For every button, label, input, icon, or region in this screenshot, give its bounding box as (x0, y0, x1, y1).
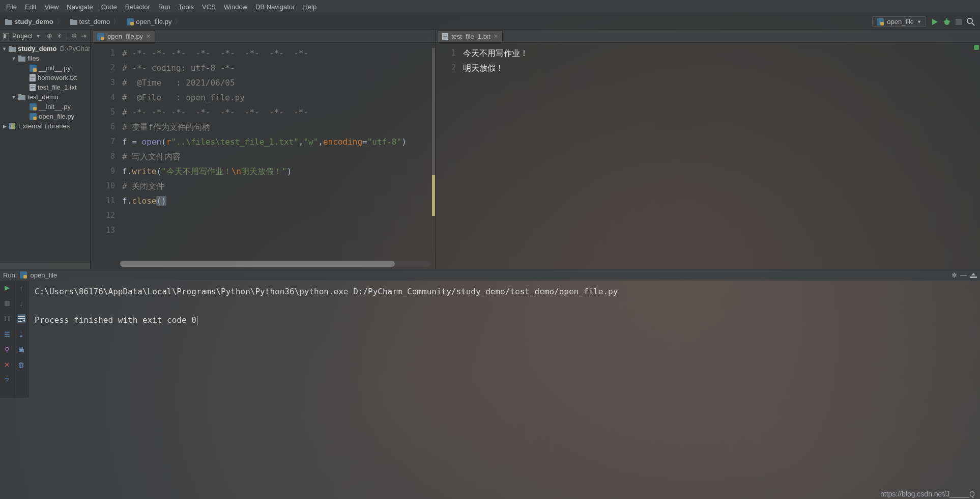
folder-icon (18, 94, 25, 100)
python-file-icon (877, 18, 884, 25)
menu-edit[interactable]: Edit (22, 2, 39, 12)
tree-node-files[interactable]: ▼ files (0, 53, 90, 63)
close-icon[interactable]: ✕ (494, 33, 498, 40)
run-configuration-selector[interactable]: open_file ▼ (872, 16, 926, 27)
tree-label: open_file.py (39, 113, 74, 120)
down-stack-button[interactable]: ↓ (17, 299, 26, 308)
settings-icon[interactable]: ✲ (71, 32, 78, 40)
inspection-indicator-icon[interactable] (974, 45, 979, 50)
pause-button[interactable] (3, 314, 12, 323)
tab-open-file-py[interactable]: open_file.py ✕ (93, 30, 155, 42)
svg-rect-17 (4, 34, 6, 38)
tree-node-test-file-1-txt[interactable]: test_file_1.txt (0, 82, 90, 92)
hide-icon[interactable]: ⇥ (80, 32, 87, 40)
console-output[interactable]: C:\Users\86176\AppData\Local\Programs\Py… (28, 281, 980, 398)
dump-threads-button[interactable]: ☰ (3, 329, 12, 339)
tree-arrow-collapsed-icon[interactable]: ▶ (2, 124, 7, 129)
chevron-down-icon[interactable]: ▼ (36, 34, 40, 39)
svg-rect-16 (3, 33, 9, 39)
stop-button[interactable] (956, 19, 962, 25)
editor-tabbar-right: test_file_1.txt ✕ (436, 30, 980, 43)
menu-view[interactable]: View (41, 2, 62, 12)
editor-left: open_file.py ✕ 1 2 3 4 5 6 7 8 9 (91, 30, 436, 269)
svg-rect-49 (970, 276, 977, 278)
tree-node-test-demo[interactable]: ▼ test_demo (0, 92, 90, 102)
text-file-icon (442, 33, 448, 40)
svg-marker-8 (932, 19, 938, 25)
horizontal-scrollbar[interactable] (120, 261, 430, 267)
help-button[interactable]: ? (3, 375, 12, 384)
folder-icon (5, 19, 12, 25)
rerun-button[interactable] (3, 284, 12, 293)
code-editor-right[interactable]: 1 2 今天不用写作业！ 明天放假！ (436, 43, 980, 269)
menu-navigate[interactable]: Navigate (64, 2, 96, 12)
tree-node-homework-txt[interactable]: homework.txt (0, 73, 90, 82)
crumb-test-demo[interactable]: test_demo 〉 (68, 16, 122, 27)
debug-button[interactable] (943, 18, 950, 25)
svg-rect-7 (880, 22, 884, 25)
code-text[interactable]: # -*- -*- -*- -*- -*- -*- -*- -*- # -*- … (120, 43, 435, 269)
menu-code[interactable]: Code (98, 2, 120, 12)
watermark-text: https://blog.csdn.net/J_____Q (880, 490, 975, 498)
project-tree-scrollbar[interactable] (0, 263, 90, 269)
crumb-study-demo[interactable]: study_demo 〉 (3, 16, 65, 27)
python-file-icon (97, 33, 104, 40)
scroll-to-end-button[interactable]: ⤓ (17, 329, 26, 339)
tree-arrow-expanded-icon[interactable]: ▼ (11, 56, 16, 61)
menu-file[interactable]: File (3, 2, 20, 12)
menu-vcs[interactable]: VCS (199, 2, 219, 12)
minimize-icon[interactable]: — (960, 271, 967, 279)
run-tool-title: Run: (3, 271, 17, 279)
tree-arrow-expanded-icon[interactable]: ▼ (2, 46, 7, 51)
tree-node-study-demo[interactable]: ▼ study_demo D:\PyChar (0, 44, 90, 53)
menu-dbnav[interactable]: DB Navigator (252, 2, 298, 12)
editor-gutter[interactable]: 1 2 (436, 43, 461, 269)
code-text[interactable]: 今天不用写作业！ 明天放假！ (461, 43, 980, 269)
breadcrumb: study_demo 〉 test_demo 〉 open_file.py 〉 (3, 16, 872, 27)
chevron-right-icon: 〉 (175, 17, 181, 26)
menu-refactor[interactable]: Refactor (122, 2, 153, 12)
close-icon[interactable]: ✕ (146, 33, 151, 40)
project-view-icon[interactable] (3, 33, 9, 39)
error-stripe[interactable] (430, 43, 435, 269)
tree-node-open-file-py[interactable]: open_file.py (0, 112, 90, 121)
editor-gutter[interactable]: 1 2 3 4 5 6 7 8 9 10 11 12 13 (91, 43, 120, 269)
up-stack-button[interactable]: ↑ (17, 284, 26, 293)
svg-rect-52 (5, 301, 10, 306)
svg-line-15 (972, 23, 974, 25)
python-file-icon (30, 103, 37, 110)
svg-rect-21 (18, 56, 21, 58)
svg-rect-30 (31, 87, 35, 88)
run-toolbar-primary: ☰ ⚲ ✕ ? (0, 281, 14, 398)
soft-wrap-button[interactable] (17, 314, 26, 323)
settings-icon[interactable]: ✲ (952, 271, 957, 279)
menu-help[interactable]: Help (300, 2, 320, 12)
project-tree[interactable]: ▼ study_demo D:\PyChar ▼ files __init__.… (0, 43, 90, 263)
svg-rect-26 (31, 77, 35, 78)
tree-node-init-py-2[interactable]: __init__.py (0, 102, 90, 112)
close-button[interactable]: ✕ (3, 360, 12, 369)
print-button[interactable]: 🖶 (17, 345, 26, 354)
run-tool-header: Run: open_file ✲ — (0, 269, 980, 281)
menu-window[interactable]: Window (221, 2, 250, 12)
tree-node-init-py[interactable]: __init__.py (0, 63, 90, 73)
expand-all-icon[interactable]: ✳ (56, 32, 63, 40)
run-button[interactable] (931, 18, 938, 25)
tree-arrow-expanded-icon[interactable]: ▼ (11, 95, 16, 100)
crumb-open-file[interactable]: open_file.py 〉 (125, 16, 183, 27)
svg-rect-46 (443, 38, 446, 38)
locate-icon[interactable]: ⊕ (46, 32, 53, 40)
tree-node-external-libraries[interactable]: ▶ External Libraries (0, 121, 90, 131)
code-editor-left[interactable]: 1 2 3 4 5 6 7 8 9 10 11 12 13 # -*- (91, 43, 435, 269)
tab-test-file-1-txt[interactable]: test_file_1.txt ✕ (438, 30, 503, 42)
hide-icon[interactable] (970, 271, 977, 279)
clear-all-button[interactable]: 🗑 (17, 360, 26, 369)
attach-button[interactable]: ⚲ (3, 345, 12, 354)
menu-run[interactable]: Run (155, 2, 174, 12)
menu-tools[interactable]: Tools (176, 2, 197, 12)
text-caret (197, 316, 197, 325)
tab-label: open_file.py (107, 33, 143, 40)
search-everywhere-button[interactable] (967, 18, 975, 26)
folder-icon (70, 19, 77, 25)
stop-button[interactable] (3, 299, 12, 308)
